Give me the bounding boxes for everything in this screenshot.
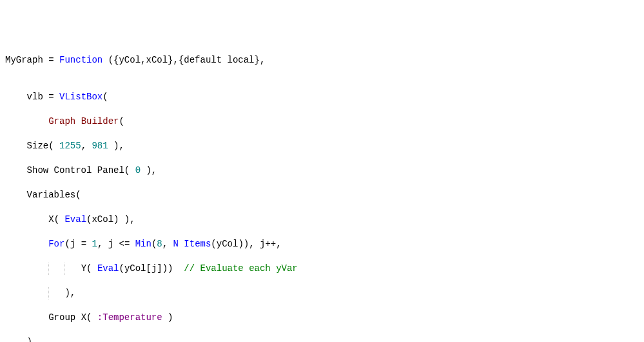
punct: ) ), xyxy=(113,214,135,225)
punct: ( xyxy=(86,312,97,323)
number: 1255 xyxy=(59,141,81,151)
number: 1 xyxy=(92,239,97,249)
code-line: Variables( xyxy=(5,189,639,201)
punct: )), xyxy=(238,239,260,249)
punct: ( xyxy=(86,263,97,274)
punct: [ xyxy=(146,263,151,274)
func: VListBox xyxy=(59,92,102,102)
func: Min xyxy=(135,239,151,249)
code-line: Show Control Panel( 0 ), xyxy=(5,165,639,177)
identifier: vlb xyxy=(27,92,43,102)
punct: ( xyxy=(211,239,216,249)
op: ++, xyxy=(265,239,281,249)
indent-guide-icon xyxy=(48,287,49,299)
number: 8 xyxy=(157,239,162,249)
func: X xyxy=(48,214,54,225)
code-line: Y( Eval(yCol[j])) // Evaluate each yVar xyxy=(5,263,639,275)
punct: ), xyxy=(64,288,75,298)
comment: // Evaluate each yVar xyxy=(184,263,297,274)
punct: ( xyxy=(75,190,81,200)
op: = xyxy=(43,92,59,102)
punct: ( xyxy=(119,263,124,274)
punct: ), xyxy=(27,337,38,342)
column-ref: :Temperature xyxy=(97,312,162,323)
func: Y xyxy=(81,263,86,274)
op: = xyxy=(43,55,59,65)
identifier: yCol xyxy=(217,239,239,249)
code-line: MyGraph = Function ({yCol,xCol},{default… xyxy=(5,54,639,66)
keyword: Function xyxy=(59,55,102,65)
code-editor: MyGraph = Function ({yCol,xCol},{default… xyxy=(5,54,639,342)
func: Group X xyxy=(48,312,86,323)
func: Eval xyxy=(64,214,86,225)
punct: ) xyxy=(162,312,173,323)
punct: , xyxy=(81,141,92,151)
identifier: j xyxy=(108,239,113,249)
number: 981 xyxy=(92,141,108,151)
param: xCol xyxy=(146,55,168,65)
code-line: Size( 1255, 981 ), xyxy=(5,140,639,152)
punct: ({ xyxy=(102,55,119,65)
param: yCol xyxy=(119,55,141,65)
keyword: For xyxy=(48,239,64,249)
code-line: ), xyxy=(5,287,639,299)
code-line: X( Eval(xCol) ), xyxy=(5,214,639,226)
op: = xyxy=(75,239,92,249)
func: Size xyxy=(27,141,49,151)
func: Graph Builder xyxy=(48,116,119,126)
code-line: vlb = VListBox( xyxy=(5,91,639,103)
punct: ( xyxy=(102,92,108,102)
punct: ( xyxy=(64,239,70,249)
punct: ( xyxy=(119,116,124,126)
punct: , xyxy=(97,239,108,249)
func: N Items xyxy=(173,239,211,249)
identifier: j xyxy=(70,239,75,249)
func: Show Control Panel xyxy=(27,165,124,176)
number: 0 xyxy=(135,165,141,176)
func: Eval xyxy=(97,263,119,274)
identifier: MyGraph xyxy=(5,55,43,65)
code-line: For(j = 1, j <= Min(8, N Items(yCol)), j… xyxy=(5,238,639,250)
punct: },{default local}, xyxy=(168,55,265,65)
punct: ])) xyxy=(157,263,184,274)
op: <= xyxy=(113,239,135,249)
punct: ), xyxy=(141,165,157,176)
func: Variables xyxy=(27,190,76,200)
punct: ( xyxy=(48,141,59,151)
code-line: Group X( :Temperature ) xyxy=(5,312,639,324)
punct: ), xyxy=(108,141,124,151)
indent-guide-icon xyxy=(48,263,49,275)
indent-guide-icon xyxy=(64,263,65,275)
identifier: yCol xyxy=(124,263,146,274)
identifier: xCol xyxy=(92,214,113,225)
punct: ( xyxy=(124,165,135,176)
code-line: Graph Builder( xyxy=(5,116,639,128)
code-line: ), xyxy=(5,336,639,342)
punct: ( xyxy=(54,214,65,225)
punct: , xyxy=(162,239,173,249)
